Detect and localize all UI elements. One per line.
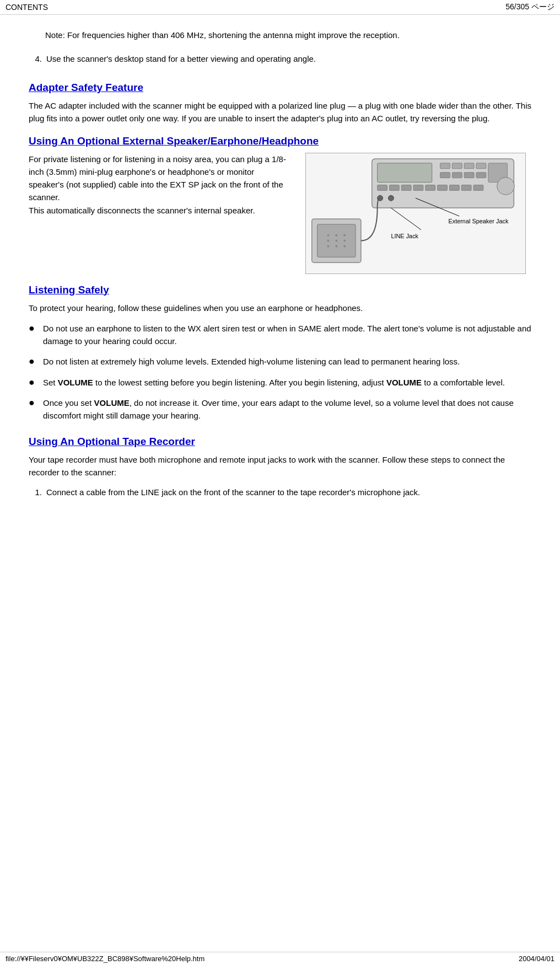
external-speaker-section: For private listening or for listening i… bbox=[29, 153, 531, 274]
bullet-item-2: ● Do not listen at extremely high volume… bbox=[29, 355, 531, 368]
svg-text:External Speaker Jack: External Speaker Jack bbox=[448, 217, 509, 224]
note-block: Note: For frequencies higher than 406 MH… bbox=[29, 25, 531, 51]
external-speaker-body: For private listening or for listening i… bbox=[29, 153, 289, 217]
svg-point-22 bbox=[388, 195, 394, 201]
svg-point-29 bbox=[343, 234, 346, 236]
svg-point-30 bbox=[327, 239, 329, 242]
page-number: 56/305 ページ bbox=[505, 2, 554, 12]
svg-rect-10 bbox=[464, 172, 474, 178]
listening-safely-heading[interactable]: Listening Safely bbox=[29, 284, 531, 296]
bottom-bar: file://¥¥Fileserv0¥OM¥UB322Z_BC898¥Softw… bbox=[0, 952, 560, 965]
svg-rect-20 bbox=[473, 185, 483, 190]
svg-line-23 bbox=[391, 208, 421, 230]
svg-rect-13 bbox=[389, 185, 399, 190]
bullet-dot-4: ● bbox=[29, 396, 37, 409]
svg-rect-5 bbox=[476, 163, 486, 168]
svg-rect-1 bbox=[378, 163, 432, 182]
svg-rect-3 bbox=[452, 163, 462, 168]
svg-rect-19 bbox=[461, 185, 471, 190]
bullet-item-1: ● Do not use an earphone to listen to th… bbox=[29, 322, 531, 348]
svg-rect-18 bbox=[449, 185, 459, 190]
step1-num: 1. bbox=[29, 486, 42, 499]
bullet-dot-2: ● bbox=[29, 355, 37, 368]
item4-text: Use the scanner's desktop stand for a be… bbox=[46, 53, 316, 66]
svg-rect-14 bbox=[401, 185, 411, 190]
svg-point-34 bbox=[335, 245, 337, 247]
scanner-diagram: LINE Jack bbox=[305, 153, 526, 274]
svg-rect-11 bbox=[476, 172, 486, 178]
bullet-text-1: Do not use an earphone to listen to the … bbox=[43, 322, 531, 348]
bullet-dot-1: ● bbox=[29, 322, 37, 335]
listening-safely-bullets: ● Do not use an earphone to listen to th… bbox=[29, 322, 531, 422]
bullet-dot-3: ● bbox=[29, 376, 37, 389]
svg-point-27 bbox=[327, 234, 329, 236]
svg-point-32 bbox=[343, 239, 346, 242]
main-content: Note: For frequencies higher than 406 MH… bbox=[0, 15, 560, 539]
svg-rect-2 bbox=[440, 163, 450, 168]
adapter-safety-body: The AC adapter included with the scanner… bbox=[29, 99, 531, 125]
listening-safely-intro: To protect your hearing, follow these gu… bbox=[29, 302, 531, 314]
contents-label: CONTENTS bbox=[6, 3, 48, 12]
note-text: Note: For frequencies higher than 406 MH… bbox=[45, 30, 400, 40]
svg-rect-16 bbox=[426, 185, 435, 190]
svg-rect-9 bbox=[452, 172, 462, 178]
svg-point-7 bbox=[497, 177, 515, 195]
scanner-svg: LINE Jack bbox=[306, 153, 525, 274]
svg-point-28 bbox=[335, 234, 337, 236]
top-bar: CONTENTS 56/305 ページ bbox=[0, 0, 560, 15]
bullet-text-3: Set VOLUME to the lowest setting before … bbox=[43, 376, 505, 389]
bullet-text-4: Once you set VOLUME, do not increase it.… bbox=[43, 396, 531, 422]
bullet-item-3: ● Set VOLUME to the lowest setting befor… bbox=[29, 376, 531, 389]
item4-num: 4. bbox=[29, 53, 42, 66]
svg-point-33 bbox=[327, 245, 329, 247]
step1-text: Connect a cable from the LINE jack on th… bbox=[46, 486, 420, 499]
adapter-safety-heading[interactable]: Adapter Safety Feature bbox=[29, 82, 531, 94]
footer-date: 2004/04/01 bbox=[519, 955, 554, 963]
tape-recorder-step1: 1. Connect a cable from the LINE jack on… bbox=[29, 484, 531, 506]
scanner-diagram-container: LINE Jack bbox=[300, 153, 531, 274]
svg-rect-12 bbox=[378, 185, 387, 190]
list-item-4: 4. Use the scanner's desktop stand for a… bbox=[29, 51, 531, 72]
external-speaker-heading[interactable]: Using An Optional External Speaker/Earph… bbox=[29, 135, 531, 147]
tape-recorder-body: Your tape recorder must have both microp… bbox=[29, 453, 531, 479]
footer-path: file://¥¥Fileserv0¥OM¥UB322Z_BC898¥Softw… bbox=[6, 955, 204, 963]
tape-recorder-heading[interactable]: Using An Optional Tape Recorder bbox=[29, 436, 531, 448]
svg-text:LINE Jack: LINE Jack bbox=[391, 232, 418, 239]
svg-rect-4 bbox=[464, 163, 474, 168]
svg-rect-17 bbox=[438, 185, 448, 190]
svg-rect-8 bbox=[440, 172, 450, 178]
svg-point-35 bbox=[343, 245, 346, 247]
svg-rect-15 bbox=[413, 185, 423, 190]
bullet-item-4: ● Once you set VOLUME, do not increase i… bbox=[29, 396, 531, 422]
bullet-text-2: Do not listen at extremely high volume l… bbox=[43, 355, 460, 368]
svg-point-31 bbox=[335, 239, 337, 242]
external-speaker-text: For private listening or for listening i… bbox=[29, 153, 289, 274]
